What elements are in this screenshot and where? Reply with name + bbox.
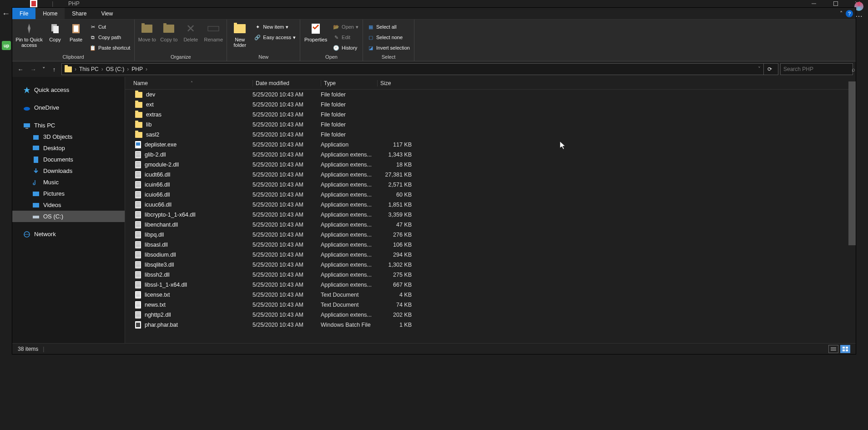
copy-button[interactable]: Copy: [46, 21, 64, 42]
file-row[interactable]: extras5/25/2020 10:43 AMFile folder: [125, 110, 856, 120]
recent-button[interactable]: ˅: [40, 64, 47, 75]
file-row[interactable]: phar.phar.bat5/25/2020 10:43 AMWindows B…: [125, 320, 856, 330]
breadcrumb-folder[interactable]: PHP: [131, 66, 143, 72]
file-row[interactable]: libsasl.dll5/25/2020 10:43 AMApplication…: [125, 240, 856, 250]
title-bar: | PHP: [0, 0, 868, 7]
file-row[interactable]: libssh2.dll5/25/2020 10:43 AMApplication…: [125, 270, 856, 280]
search-icon[interactable]: ⌕: [852, 66, 855, 73]
tree-quick-access[interactable]: Quick access: [12, 84, 125, 96]
file-row[interactable]: dev5/25/2020 10:43 AMFile folder: [125, 90, 856, 100]
file-row[interactable]: news.txt5/25/2020 10:43 AMText Document7…: [125, 300, 856, 310]
browser-menu-icon[interactable]: ⋯: [855, 12, 863, 20]
copy-path-button[interactable]: ⧉Copy path: [88, 33, 131, 42]
col-type[interactable]: Type: [321, 80, 377, 86]
delete-button[interactable]: ✕Delete: [181, 21, 200, 42]
file-row[interactable]: icudt66.dll5/25/2020 10:43 AMApplication…: [125, 170, 856, 180]
select-none-button[interactable]: ▢Select none: [366, 33, 411, 42]
tree-downloads[interactable]: Downloads: [12, 165, 125, 177]
select-all-button[interactable]: ▦Select all: [366, 22, 411, 31]
file-size: 4 KB: [377, 292, 412, 298]
file-row[interactable]: nghttp2.dll5/25/2020 10:43 AMApplication…: [125, 310, 856, 320]
search-input[interactable]: [783, 66, 852, 72]
file-row[interactable]: libpq.dll5/25/2020 10:43 AMApplication e…: [125, 230, 856, 240]
nav-tree[interactable]: Quick access OneDrive This PC 3D Objects…: [12, 77, 125, 343]
tree-desktop[interactable]: Desktop: [12, 142, 125, 154]
tree-documents[interactable]: Documents: [12, 154, 125, 165]
history-button[interactable]: 🕘History: [331, 43, 360, 52]
paste-button[interactable]: Paste: [67, 21, 85, 42]
tab-file[interactable]: File: [12, 8, 35, 19]
minimize-button[interactable]: [803, 0, 824, 7]
file-row[interactable]: deplister.exe5/25/2020 10:43 AMApplicati…: [125, 140, 856, 150]
address-bar[interactable]: › This PC › OS (C:) › PHP › ˅ ⟳: [61, 63, 778, 75]
col-size[interactable]: Size: [377, 80, 414, 86]
file-row[interactable]: libenchant.dll5/25/2020 10:43 AMApplicat…: [125, 220, 856, 230]
up-button[interactable]: ↑: [49, 64, 60, 75]
details-view-button[interactable]: [828, 345, 838, 353]
maximize-button[interactable]: [825, 0, 846, 7]
tree-pictures[interactable]: Pictures: [12, 188, 125, 199]
forward-button[interactable]: →: [28, 64, 39, 75]
tree-music[interactable]: Music: [12, 177, 125, 188]
tree-videos[interactable]: Videos: [12, 199, 125, 211]
file-row[interactable]: icuin66.dll5/25/2020 10:43 AMApplication…: [125, 180, 856, 190]
browser-back-icon[interactable]: ←: [2, 9, 10, 19]
tree-network[interactable]: Network: [12, 228, 125, 240]
help-icon[interactable]: ?: [846, 10, 853, 17]
file-date: 5/25/2020 10:43 AM: [252, 172, 321, 178]
file-name: sasl2: [146, 132, 159, 138]
file-list[interactable]: dev5/25/2020 10:43 AMFile folderext5/25/…: [125, 90, 856, 343]
file-row[interactable]: ext5/25/2020 10:43 AMFile folder: [125, 100, 856, 110]
file-row[interactable]: glib-2.dll5/25/2020 10:43 AMApplication …: [125, 150, 856, 160]
breadcrumb-drive[interactable]: OS (C:): [106, 66, 125, 72]
file-row[interactable]: gmodule-2.dll5/25/2020 10:43 AMApplicati…: [125, 160, 856, 170]
file-row[interactable]: sasl25/25/2020 10:43 AMFile folder: [125, 130, 856, 140]
properties-button[interactable]: Properties: [303, 21, 328, 42]
file-row[interactable]: libssl-1_1-x64.dll5/25/2020 10:43 AMAppl…: [125, 280, 856, 290]
file-date: 5/25/2020 10:43 AM: [252, 182, 321, 188]
tree-3d-objects[interactable]: 3D Objects: [12, 131, 125, 142]
cut-button[interactable]: ✂Cut: [88, 22, 131, 31]
refresh-button[interactable]: ⟳: [763, 63, 775, 75]
file-row[interactable]: lib5/25/2020 10:43 AMFile folder: [125, 120, 856, 130]
svg-rect-15: [33, 135, 39, 140]
file-row[interactable]: libcrypto-1_1-x64.dll5/25/2020 10:43 AMA…: [125, 210, 856, 220]
easy-access-button[interactable]: 🔗Easy access ▾: [252, 33, 297, 42]
rename-button[interactable]: Rename: [203, 21, 224, 42]
pin-quick-access-button[interactable]: Pin to Quick access: [15, 21, 43, 48]
new-folder-button[interactable]: New folder: [230, 21, 250, 48]
col-date[interactable]: Date modified: [252, 80, 321, 86]
file-date: 5/25/2020 10:43 AM: [252, 232, 321, 238]
folder-icon: [135, 122, 142, 128]
tab-home[interactable]: Home: [35, 8, 65, 19]
tab-share[interactable]: Share: [65, 8, 94, 19]
move-to-button[interactable]: Move to: [137, 21, 156, 42]
open-button[interactable]: 📂Open ▾: [331, 22, 360, 31]
file-row[interactable]: license.txt5/25/2020 10:43 AMText Docume…: [125, 290, 856, 300]
select-none-icon: ▢: [367, 34, 374, 41]
new-item-button[interactable]: ✦New item ▾: [252, 22, 297, 31]
tree-os-c-[interactable]: OS (C:): [12, 211, 125, 222]
upwork-icon[interactable]: up: [2, 41, 11, 50]
search-box[interactable]: ⌕: [780, 63, 853, 75]
back-button[interactable]: ←: [15, 64, 26, 75]
scrollbar-track[interactable]: [848, 77, 856, 343]
file-row[interactable]: libsqlite3.dll5/25/2020 10:43 AMApplicat…: [125, 260, 856, 270]
tab-view[interactable]: View: [94, 8, 120, 19]
file-row[interactable]: icuio66.dll5/25/2020 10:43 AMApplication…: [125, 190, 856, 200]
invert-selection-button[interactable]: ◪Invert selection: [366, 43, 411, 52]
breadcrumb-thispc[interactable]: This PC: [79, 66, 99, 72]
address-dropdown-icon[interactable]: ˅: [758, 66, 761, 72]
edit-button[interactable]: ✎Edit: [331, 33, 360, 42]
col-name[interactable]: Name˄: [133, 80, 252, 86]
file-row[interactable]: icuuc66.dll5/25/2020 10:43 AMApplication…: [125, 200, 856, 210]
copy-to-button[interactable]: Copy to: [159, 21, 178, 42]
scrollbar-thumb[interactable]: [848, 81, 856, 245]
paste-shortcut-button[interactable]: 📋Paste shortcut: [88, 43, 131, 52]
thumbnail-view-button[interactable]: [840, 345, 850, 353]
tree-onedrive[interactable]: OneDrive: [12, 102, 125, 113]
chevron-up-icon[interactable]: ˄: [840, 10, 843, 17]
file-type: Application extens...: [321, 232, 377, 238]
tree-thispc[interactable]: This PC: [12, 120, 125, 131]
file-row[interactable]: libsodium.dll5/25/2020 10:43 AMApplicati…: [125, 250, 856, 260]
